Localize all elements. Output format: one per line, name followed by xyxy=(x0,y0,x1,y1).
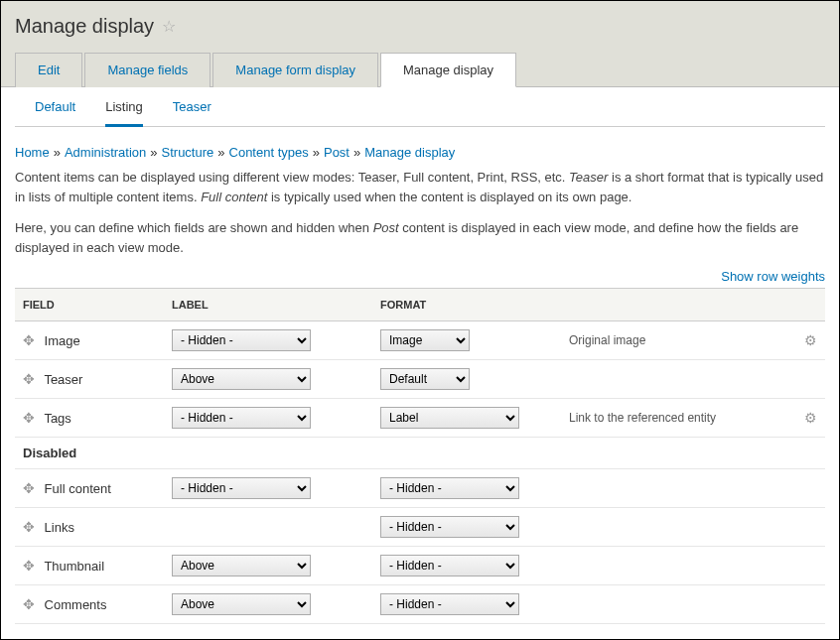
select--hidden-[interactable]: AboveInline- Hidden -- Visually Hidden - xyxy=(172,477,311,499)
disabled-region-header: Disabled xyxy=(15,438,825,469)
th-ops xyxy=(795,289,825,321)
select--hidden-[interactable]: - Hidden - xyxy=(380,516,519,538)
breadcrumb-link[interactable]: Manage display xyxy=(364,145,455,160)
select--hidden-[interactable]: - Hidden - xyxy=(380,593,519,615)
fields-table: FIELD LABEL FORMAT ✥ ImageAboveInline- H… xyxy=(15,288,825,624)
select-default[interactable]: Default xyxy=(380,368,470,390)
breadcrumb-separator: » xyxy=(353,145,360,160)
help-text-1: Content items can be displayed using dif… xyxy=(15,168,825,206)
field-name: Teaser xyxy=(41,372,82,387)
primary-tab-edit[interactable]: Edit xyxy=(15,53,82,87)
format-summary: Original image xyxy=(561,321,795,360)
th-field: FIELD xyxy=(15,289,164,321)
breadcrumb-link[interactable]: Structure xyxy=(162,145,214,160)
drag-handle-icon[interactable]: ✥ xyxy=(23,332,41,348)
help-text: Content items can be displayed using dif… xyxy=(15,170,569,185)
star-icon[interactable]: ☆ xyxy=(162,17,176,36)
help-em: Post xyxy=(373,220,399,235)
drag-handle-icon[interactable]: ✥ xyxy=(23,596,41,612)
th-summary xyxy=(561,289,795,321)
gear-icon[interactable]: ⚙ xyxy=(804,410,817,426)
help-text: is typically used when the content is di… xyxy=(267,190,631,204)
select--hidden-[interactable]: - Hidden - xyxy=(380,477,519,499)
secondary-tabs: DefaultListingTeaser xyxy=(15,87,825,127)
page-title: Manage display ☆ xyxy=(15,15,825,38)
format-summary: Link to the referenced entity xyxy=(561,399,795,438)
table-row: ✥ Full contentAboveInline- Hidden -- Vis… xyxy=(15,469,825,508)
breadcrumb-separator: » xyxy=(54,145,61,160)
select-above[interactable]: AboveInline- Hidden -- Visually Hidden - xyxy=(172,593,311,615)
breadcrumb-separator: » xyxy=(313,145,320,160)
secondary-tab-default[interactable]: Default xyxy=(35,99,75,120)
table-row: ✥ TeaserAboveInline- Hidden -- Visually … xyxy=(15,360,825,399)
breadcrumb-link[interactable]: Home xyxy=(15,145,50,160)
help-em: Teaser xyxy=(569,170,608,185)
th-format: FORMAT xyxy=(372,289,561,321)
field-name: Image xyxy=(41,333,80,348)
field-name: Links xyxy=(41,520,74,535)
help-text: Here, you can define which fields are sh… xyxy=(15,220,373,235)
field-name: Tags xyxy=(41,411,71,426)
secondary-tab-listing[interactable]: Listing xyxy=(105,99,143,127)
select--hidden-[interactable]: AboveInline- Hidden -- Visually Hidden - xyxy=(172,407,311,429)
primary-tabs: EditManage fieldsManage form displayMana… xyxy=(15,52,825,86)
field-name: Full content xyxy=(41,481,111,496)
select-above[interactable]: AboveInline- Hidden -- Visually Hidden - xyxy=(172,555,311,576)
breadcrumb-separator: » xyxy=(150,145,157,160)
disabled-label: Disabled xyxy=(15,438,825,469)
select--hidden-[interactable]: AboveInline- Hidden -- Visually Hidden - xyxy=(172,329,311,351)
drag-handle-icon[interactable]: ✥ xyxy=(23,371,41,387)
drag-handle-icon[interactable]: ✥ xyxy=(23,519,41,535)
table-row: ✥ TagsAboveInline- Hidden -- Visually Hi… xyxy=(15,399,825,438)
primary-tab-manage-fields[interactable]: Manage fields xyxy=(84,53,210,87)
select-image[interactable]: Image xyxy=(380,329,470,351)
field-name: Thumbnail xyxy=(41,559,104,574)
breadcrumb: Home»Administration»Structure»Content ty… xyxy=(15,145,825,160)
show-row-weights-link[interactable]: Show row weights xyxy=(15,269,825,284)
help-text-2: Here, you can define which fields are sh… xyxy=(15,218,825,257)
primary-tab-manage-form-display[interactable]: Manage form display xyxy=(212,53,378,87)
primary-tab-manage-display[interactable]: Manage display xyxy=(380,53,516,87)
drag-handle-icon[interactable]: ✥ xyxy=(23,558,41,574)
field-name: Comments xyxy=(41,597,106,612)
help-em: Full content xyxy=(201,190,267,204)
th-label: LABEL xyxy=(164,289,372,321)
table-row: ✥ CommentsAboveInline- Hidden -- Visuall… xyxy=(15,585,825,624)
gear-icon[interactable]: ⚙ xyxy=(804,332,817,348)
select--hidden-[interactable]: - Hidden - xyxy=(380,555,519,576)
breadcrumb-link[interactable]: Post xyxy=(324,145,350,160)
table-row: ✥ ImageAboveInline- Hidden -- Visually H… xyxy=(15,321,825,360)
select-above[interactable]: AboveInline- Hidden -- Visually Hidden - xyxy=(172,368,311,390)
select-label[interactable]: Label xyxy=(380,407,519,429)
breadcrumb-link[interactable]: Administration xyxy=(65,145,146,160)
secondary-tab-teaser[interactable]: Teaser xyxy=(173,99,211,120)
format-summary xyxy=(561,360,795,399)
page-title-text: Manage display xyxy=(15,15,154,38)
breadcrumb-separator: » xyxy=(217,145,224,160)
drag-handle-icon[interactable]: ✥ xyxy=(23,410,41,426)
fields-tbody: ✥ ImageAboveInline- Hidden -- Visually H… xyxy=(15,321,825,624)
table-row: ✥ Links- Hidden - xyxy=(15,508,825,547)
breadcrumb-link[interactable]: Content types xyxy=(229,145,309,160)
drag-handle-icon[interactable]: ✥ xyxy=(23,480,41,496)
table-row: ✥ ThumbnailAboveInline- Hidden -- Visual… xyxy=(15,547,825,585)
